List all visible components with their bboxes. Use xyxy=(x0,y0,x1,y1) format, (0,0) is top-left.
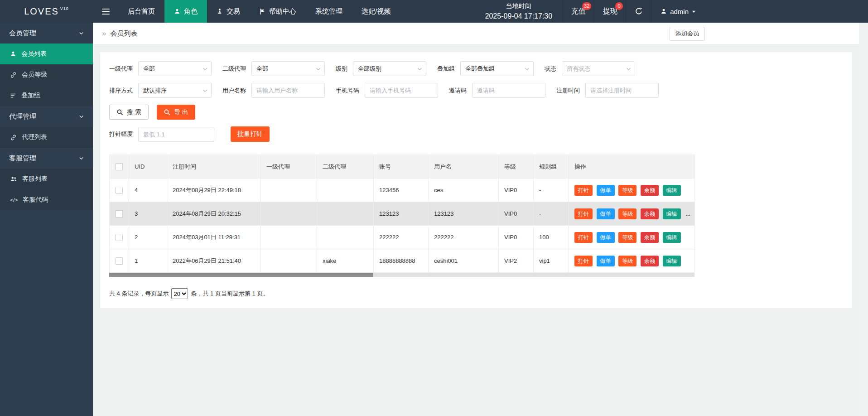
sidebar-group-service[interactable]: 客服管理 xyxy=(0,148,93,169)
sidebar-item-label: 叠加组 xyxy=(21,92,40,100)
cell-actions: 打针 做单 等级 余额 编辑 xyxy=(569,226,695,249)
cell-level: VIP2 xyxy=(499,249,534,273)
stack-label: 叠加组 xyxy=(437,65,455,73)
invite-code-input[interactable] xyxy=(472,83,545,98)
export-button[interactable]: 导 出 xyxy=(157,105,195,120)
edit-button[interactable]: 编辑 xyxy=(663,256,681,266)
sort-select[interactable]: 默认排序 xyxy=(138,83,212,98)
level-select[interactable]: 全部级别 xyxy=(353,61,426,76)
refresh-button[interactable] xyxy=(626,0,651,23)
caret-down-icon xyxy=(692,10,696,14)
local-time: 当地时间 2025-09-04 17:17:30 xyxy=(475,0,563,23)
cell-account: 123123 xyxy=(374,202,429,226)
cell-actions: 打针 做单 等级 余额 编辑 xyxy=(569,249,695,273)
inject-button[interactable]: 打针 xyxy=(574,208,593,219)
edit-button[interactable]: 编辑 xyxy=(663,208,681,219)
selected-value: 全部 xyxy=(256,65,268,73)
sidebar-item-agent-list[interactable]: 代理列表 xyxy=(0,127,93,148)
order-button[interactable]: 做单 xyxy=(597,256,615,266)
agent1-select[interactable]: 全部 xyxy=(138,61,212,76)
col-account: 账号 xyxy=(374,155,429,179)
menu-toggle-button[interactable] xyxy=(93,0,118,23)
level-button[interactable]: 等级 xyxy=(618,256,637,266)
sidebar-item-label: 代理列表 xyxy=(22,133,47,141)
sidebar-item-member-level[interactable]: 会员等级 xyxy=(0,64,93,85)
level-button[interactable]: 等级 xyxy=(618,232,637,243)
cell-agent1 xyxy=(261,179,317,202)
cell-uid: 1 xyxy=(129,249,167,273)
edit-button[interactable]: 编辑 xyxy=(663,185,681,196)
agent2-filter: 二级代理 全部 xyxy=(222,61,325,76)
pagination-records-text: 共 4 条记录，每页显示 xyxy=(109,290,169,298)
inject-button[interactable]: 打针 xyxy=(574,232,593,243)
balance-button[interactable]: 余额 xyxy=(641,232,659,243)
code-icon: </> xyxy=(10,197,18,203)
balance-button[interactable]: 余额 xyxy=(641,185,659,196)
main-area: » 会员列表 添加会员 一级代理 全部 二级代理 全部 xyxy=(93,23,859,416)
top-nav: 后台首页 角色 交易 帮助中心 系统管理 选妃/视频 xyxy=(118,0,400,23)
nav-item-dashboard[interactable]: 后台首页 xyxy=(118,0,164,23)
agent2-select[interactable]: 全部 xyxy=(251,61,325,76)
page-scrollbar-track[interactable] xyxy=(859,23,868,416)
inject-range-input[interactable] xyxy=(138,127,214,142)
stack-select[interactable]: 全部叠加组 xyxy=(460,61,534,76)
nav-item-roles[interactable]: 角色 xyxy=(164,0,207,23)
withdraw-button[interactable]: 提现 0 xyxy=(594,0,626,23)
chevron-down-icon xyxy=(626,67,631,72)
sidebar-item-member-list[interactable]: 会员列表 xyxy=(0,44,93,64)
phone-label: 手机号码 xyxy=(336,87,359,95)
order-button[interactable]: 做单 xyxy=(597,185,615,196)
table-header-row: UID 注册时间 一级代理 二级代理 账号 用户名 等级 规则组 操作 xyxy=(110,155,695,179)
cell-account: 222222 xyxy=(374,226,429,249)
row-checkbox[interactable] xyxy=(116,257,123,265)
phone-input[interactable] xyxy=(365,83,438,98)
sidebar-item-service-code[interactable]: </> 客服代码 xyxy=(0,189,93,210)
more-actions[interactable]: ... xyxy=(685,210,690,217)
cell-rule-group: - xyxy=(534,179,569,202)
level-button[interactable]: 等级 xyxy=(618,185,637,196)
edit-button[interactable]: 编辑 xyxy=(663,232,681,243)
cell-rule-group: vip1 xyxy=(534,249,569,273)
row-checkbox[interactable] xyxy=(116,210,123,218)
sidebar-group-member[interactable]: 会员管理 xyxy=(0,23,93,44)
nav-item-help[interactable]: 帮助中心 xyxy=(250,0,306,23)
horizontal-scrollbar-thumb[interactable] xyxy=(109,273,373,277)
order-button[interactable]: 做单 xyxy=(597,208,615,219)
sidebar-item-service-list[interactable]: 客服列表 xyxy=(0,169,93,189)
level-button[interactable]: 等级 xyxy=(618,208,637,219)
row-checkbox[interactable] xyxy=(116,234,123,241)
chevron-down-icon xyxy=(203,88,207,93)
stack-icon xyxy=(10,92,16,99)
filter-row-1: 一级代理 全部 二级代理 全部 级别 全部级别 xyxy=(109,61,843,76)
cell-rule-group: 100 xyxy=(534,226,569,249)
cell-level: VIP0 xyxy=(499,202,534,226)
register-time-input[interactable] xyxy=(585,83,659,98)
group-label: 会员管理 xyxy=(9,29,36,38)
page-size-select[interactable]: 20 xyxy=(171,288,188,299)
nav-item-trade[interactable]: 交易 xyxy=(207,0,250,23)
cell-uid: 4 xyxy=(129,179,167,202)
flag-icon xyxy=(259,8,265,15)
sidebar-item-stack-group[interactable]: 叠加组 xyxy=(0,85,93,106)
batch-inject-button[interactable]: 批量打针 xyxy=(231,126,270,142)
horizontal-scrollbar[interactable] xyxy=(109,273,694,277)
status-select[interactable]: 所有状态 xyxy=(562,61,635,76)
nav-item-video[interactable]: 选妃/视频 xyxy=(352,0,400,23)
admin-menu[interactable]: admin xyxy=(651,0,705,23)
recharge-button[interactable]: 充值 32 xyxy=(562,0,594,23)
username-input[interactable] xyxy=(251,83,325,98)
chevron-down-icon xyxy=(79,31,84,36)
nav-item-system[interactable]: 系统管理 xyxy=(306,0,352,23)
order-button[interactable]: 做单 xyxy=(597,232,615,243)
balance-button[interactable]: 余额 xyxy=(641,256,659,266)
row-checkbox[interactable] xyxy=(116,187,123,194)
balance-button[interactable]: 余额 xyxy=(641,208,659,219)
level-label: 级别 xyxy=(336,65,347,73)
col-rule-group: 规则组 xyxy=(534,155,569,179)
inject-button[interactable]: 打针 xyxy=(574,256,593,266)
select-all-checkbox[interactable] xyxy=(116,163,123,170)
add-member-button[interactable]: 添加会员 xyxy=(670,27,705,41)
search-button[interactable]: 搜 索 xyxy=(109,105,149,120)
inject-button[interactable]: 打针 xyxy=(574,185,593,196)
sidebar-group-agent[interactable]: 代理管理 xyxy=(0,106,93,127)
